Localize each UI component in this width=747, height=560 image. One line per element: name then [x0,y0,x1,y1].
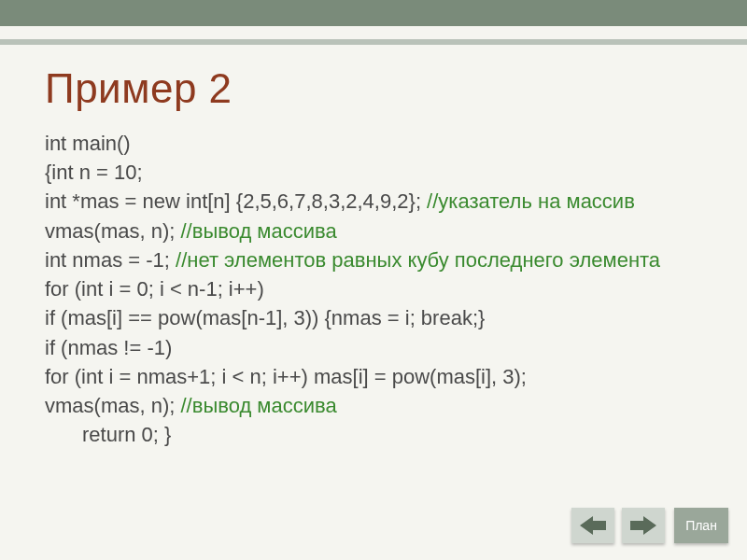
code-text: return 0; } [82,423,171,446]
code-text: int nmas = -1; [45,248,176,272]
code-comment: //нет элементов равных кубу последнего э… [176,248,660,272]
code-line-1: int main() [45,129,702,158]
code-comment: //вывод массива [180,394,336,417]
plan-button[interactable]: План [674,508,728,543]
next-button[interactable] [622,508,665,543]
code-comment: //указатель на массив [427,189,635,213]
code-line-11: return 0; } [45,420,702,449]
code-line-5: int nmas = -1; //нет элементов равных ку… [45,245,702,274]
header-gap [0,26,747,39]
code-line-10: vmas(mas, n); //вывод массива [45,391,702,420]
arrow-left-icon [580,516,606,535]
slide-content: Пример 2 int main() {int n = 10; int *ma… [0,45,747,450]
code-text: vmas(mas, n); [45,394,180,417]
header-bar-dark [0,0,747,26]
arrow-right-icon [630,516,656,535]
code-line-6: for (int i = 0; i < n-1; i++) [45,274,702,303]
code-line-9: for (int i = nmas+1; i < n; i++) mas[i] … [45,362,702,391]
code-comment: //вывод массива [180,219,336,243]
slide-title: Пример 2 [45,65,702,112]
code-line-7: if (mas[i] == pow(mas[n-1], 3)) {nmas = … [45,303,702,332]
code-text: int *mas = new int[n] {2,5,6,7,8,3,2,4,9… [45,189,427,213]
svg-marker-1 [630,516,656,535]
svg-marker-0 [580,516,606,535]
prev-button[interactable] [571,508,614,543]
code-line-8: if (nmas != -1) [45,333,702,362]
code-text: vmas(mas, n); [45,219,180,243]
code-line-3: int *mas = new int[n] {2,5,6,7,8,3,2,4,9… [45,187,702,216]
code-line-2: {int n = 10; [45,158,702,187]
plan-button-label: План [685,518,717,533]
code-line-4: vmas(mas, n); //вывод массива [45,217,702,245]
